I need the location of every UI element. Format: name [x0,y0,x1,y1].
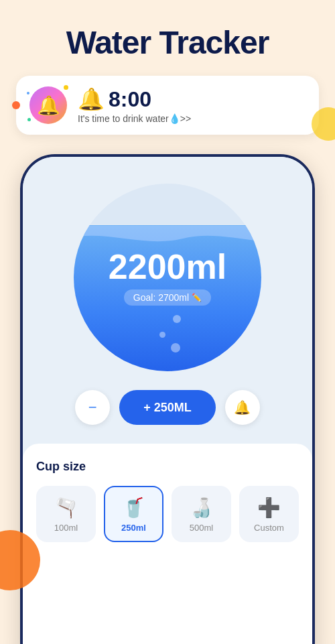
cup-item-custom[interactable]: ➕ Custom [239,486,299,542]
phone-inner: 2200ml Goal: 2700ml ✏️ − + 250ML 🔔 [23,157,312,644]
phone-frame: 2200ml Goal: 2700ml ✏️ − + 250ML 🔔 [20,154,315,644]
notification-text: 🔔 8:00 It's time to drink water💧>> [78,86,191,124]
pencil-icon[interactable]: ✏️ [192,293,202,302]
goal-value: Goal: 2700ml [133,292,189,303]
cup-label-custom: Custom [254,523,284,533]
time-value: 8:00 [109,87,151,112]
cup-size-title: Cup size [36,460,299,474]
add-water-button[interactable]: + 250ML [119,390,216,425]
notification-dot [12,101,20,109]
add-label: + 250ML [143,401,192,415]
action-buttons: − + 250ML 🔔 [75,390,260,425]
bubble-1 [173,315,181,323]
water-goal: Goal: 2700ml ✏️ [124,289,211,306]
bell-prefix: 🔔 [78,86,105,112]
bell-icon: 🔔 [234,399,251,415]
bell-button[interactable]: 🔔 [225,390,260,425]
sparkle-3 [27,92,29,94]
cup-item-500ml[interactable]: 🍶 500ml [172,486,231,542]
bubble-2 [159,332,165,338]
cup-items: 🫗 100ml 🥤 250ml 🍶 500ml ➕ Custom [36,486,299,542]
cup-item-100ml[interactable]: 🫗 100ml [36,486,96,542]
cup-label-250: 250ml [121,523,146,533]
sparkle-1 [64,85,68,90]
minus-icon: − [88,399,97,416]
cup-size-section: Cup size 🫗 100ml 🥤 250ml 🍶 500ml ➕ Custo… [23,444,312,644]
bubble-3 [171,343,180,352]
water-circle: 2200ml Goal: 2700ml ✏️ [74,184,261,371]
cup-label-500: 500ml [190,523,213,533]
cup-icon-100: 🫗 [54,497,78,519]
cup-label-100: 100ml [54,523,78,533]
page-title: Water Tracker [0,0,335,61]
cup-icon-250: 🥤 [122,497,145,519]
cup-item-250ml[interactable]: 🥤 250ml [104,486,163,542]
water-amount: 2200ml [109,249,226,284]
cup-icon-500: 🍶 [190,497,213,519]
avatar-icon: 🔔 [37,94,60,117]
minus-button[interactable]: − [75,390,110,425]
notification-time: 🔔 8:00 [78,86,191,112]
deco-yellow-circle [312,107,335,141]
notification-avatar: 🔔 [29,86,67,124]
sparkle-2 [27,118,31,121]
cup-icon-custom: ➕ [257,497,281,519]
water-text: 2200ml Goal: 2700ml ✏️ [109,249,226,306]
notification-card[interactable]: 🔔 🔔 8:00 It's time to drink water💧>> [16,76,319,135]
notification-subtitle: It's time to drink water💧>> [78,113,191,124]
